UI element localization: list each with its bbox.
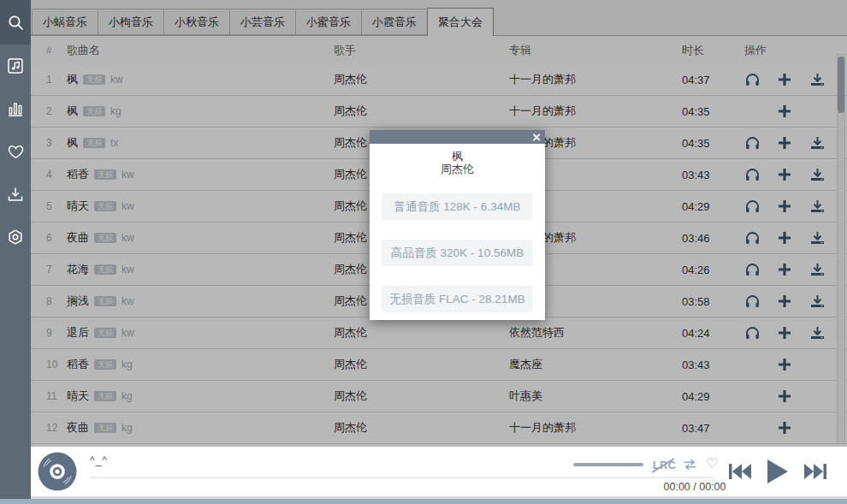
sidebar [0,0,31,499]
ranking-chart-icon [8,101,23,116]
sidebar-item-settings[interactable] [0,216,31,258]
lyrics-toggle[interactable]: LRC [653,460,676,471]
favorite-song-icon[interactable]: ♡ [706,455,718,471]
repeat-icon[interactable] [683,459,697,474]
quality-option-lossless[interactable]: 无损音质 FLAC - 28.21MB [382,286,533,312]
close-icon[interactable]: × [531,131,542,143]
transport-controls [728,447,827,496]
quality-dialog: × 枫 周杰伦 普通音质 128K - 6.34MB 高品音质 320K - 1… [370,130,545,320]
settings-icon [8,229,23,245]
dialog-song-title: 枫 周杰伦 [370,150,545,175]
music-box-icon [8,58,23,74]
heart-icon [8,145,24,159]
download-icon [8,187,23,202]
previous-track-button[interactable] [728,461,752,482]
volume-slider[interactable] [573,463,643,466]
album-disc-icon [38,452,77,491]
quality-option-normal[interactable]: 普通音质 128K - 6.34MB [382,193,533,220]
sidebar-item-search[interactable] [0,0,31,44]
dialog-song-name: 枫 [370,150,545,163]
dialog-artist-name: 周杰伦 [370,163,545,175]
sidebar-item-downloads[interactable] [0,173,31,216]
player-status-text: ^_^ [90,454,108,466]
player-bar: ^_^ LRC ♡ 00:00 / 00:00 [31,447,847,496]
quality-dialog-titlebar: × [370,130,545,144]
song-progress-bar[interactable] [90,477,713,478]
play-button[interactable] [767,459,789,484]
next-track-button[interactable] [803,461,827,482]
sidebar-item-ranking[interactable] [0,87,31,130]
quality-option-high[interactable]: 高品音质 320K - 10.56MB [382,240,533,266]
search-icon [8,15,24,31]
bottom-status-strip [0,499,847,504]
sidebar-item-favorites[interactable] [0,130,31,173]
sidebar-item-music-library[interactable] [0,44,31,87]
